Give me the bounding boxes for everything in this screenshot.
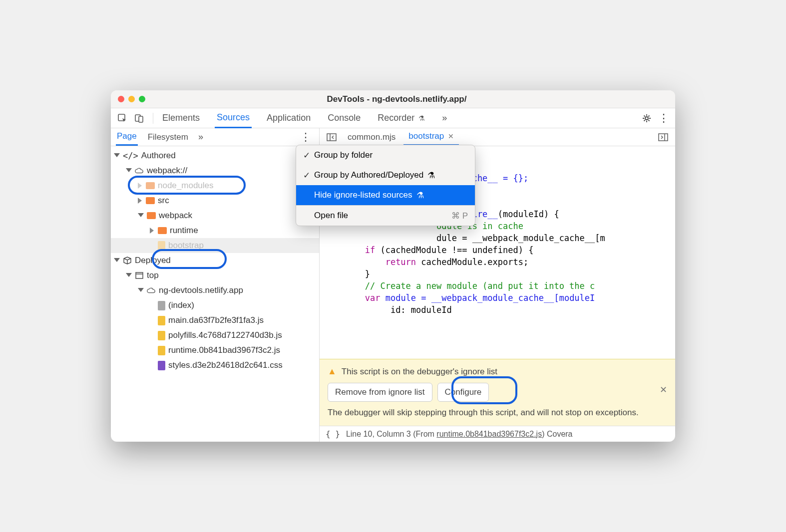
file-icon bbox=[158, 361, 165, 370]
tree-styles-css[interactable]: styles.d3e2b24618d2c641.css bbox=[111, 358, 319, 373]
ignore-list-warning: ▲ This script is on the debugger's ignor… bbox=[320, 359, 675, 426]
warning-icon: ▲ bbox=[328, 366, 337, 377]
svg-rect-4 bbox=[136, 272, 143, 278]
device-toggle-icon[interactable] bbox=[133, 112, 146, 125]
nav-panel-right-icon[interactable] bbox=[655, 133, 671, 141]
file-icon bbox=[158, 331, 165, 340]
configure-button[interactable]: Configure bbox=[437, 383, 489, 402]
nav-panel-left-icon[interactable] bbox=[324, 133, 340, 141]
menu-hide-ignore-listed[interactable]: Hide ignore-listed sources ⚗ bbox=[296, 185, 475, 205]
navigator-more-icon[interactable]: ⋮ bbox=[297, 131, 314, 144]
status-file-link[interactable]: runtime.0b841bad3967f3c2.js bbox=[436, 430, 542, 438]
close-warning-icon[interactable]: ✕ bbox=[660, 384, 667, 395]
flask-icon: ⚗ bbox=[416, 114, 425, 122]
tab-elements[interactable]: Elements bbox=[160, 109, 202, 127]
tree-label: Authored bbox=[141, 151, 176, 161]
file-icon bbox=[158, 301, 165, 310]
warning-title: This script is on the debugger's ignore … bbox=[342, 367, 497, 377]
tabs-overflow[interactable]: » bbox=[440, 109, 449, 127]
tree-label: webpack:// bbox=[147, 166, 187, 176]
inspect-element-icon[interactable] bbox=[116, 112, 129, 125]
tree-webpack-folder[interactable]: webpack bbox=[111, 208, 319, 223]
cloud-icon bbox=[135, 166, 144, 175]
status-bar: { } Line 10, Column 3 (From runtime.0b84… bbox=[320, 426, 675, 442]
tree-label: Deployed bbox=[135, 256, 171, 266]
panel-tabs: Elements Sources Application Console Rec… bbox=[160, 108, 636, 128]
open-file-tabs: common.mjs bootstrap✕ bbox=[320, 128, 675, 146]
minimize-window-icon[interactable] bbox=[128, 96, 135, 102]
file-tab-common[interactable]: common.mjs bbox=[343, 129, 400, 145]
tree-webpack-scheme[interactable]: webpack:// bbox=[111, 163, 319, 178]
flask-icon: ⚗ bbox=[416, 190, 424, 201]
tree-label: (index) bbox=[168, 300, 194, 310]
svg-point-3 bbox=[645, 117, 648, 120]
tree-label: runtime bbox=[170, 226, 198, 236]
cursor-position: Line 10, Column 3 (From runtime.0b841bad… bbox=[346, 430, 573, 439]
tree-authored[interactable]: </> Authored bbox=[111, 148, 319, 163]
file-tree: </> Authored webpack:// node_modules src bbox=[111, 146, 319, 442]
tree-main-js[interactable]: main.da63f7b2fe3f1fa3.js bbox=[111, 313, 319, 328]
cloud-icon bbox=[147, 286, 156, 295]
box-icon bbox=[123, 256, 132, 265]
file-icon bbox=[158, 241, 165, 251]
tab-sources[interactable]: Sources bbox=[215, 108, 252, 128]
file-icon bbox=[158, 346, 165, 355]
devtools-window: DevTools - ng-devtools.netlify.app/ Elem… bbox=[111, 90, 675, 442]
tree-label: top bbox=[147, 270, 159, 280]
file-tab-bootstrap[interactable]: bootstrap✕ bbox=[403, 128, 459, 146]
folder-icon bbox=[158, 227, 167, 234]
tree-node-modules[interactable]: node_modules bbox=[111, 178, 319, 193]
code-brackets-icon: </> bbox=[123, 151, 138, 161]
tree-label: polyfills.4c768d7122740d3b.js bbox=[168, 330, 282, 340]
navigator-pane: Page Filesystem » ⋮ </> Authored webpack… bbox=[111, 128, 320, 442]
tree-bootstrap-file[interactable]: bootstrap bbox=[111, 238, 319, 253]
tree-label: styles.d3e2b24618d2c641.css bbox=[168, 360, 283, 370]
warning-description: The debugger will skip stepping through … bbox=[328, 408, 667, 418]
tree-label: src bbox=[158, 196, 169, 206]
frame-icon bbox=[135, 271, 144, 280]
window-title: DevTools - ng-devtools.netlify.app/ bbox=[145, 94, 668, 104]
pretty-print-icon[interactable]: { } bbox=[326, 429, 340, 439]
tree-src[interactable]: src bbox=[111, 193, 319, 208]
navigator-tabs: Page Filesystem » ⋮ bbox=[111, 128, 319, 146]
tree-runtime-folder[interactable]: runtime bbox=[111, 223, 319, 238]
subtab-filesystem[interactable]: Filesystem bbox=[147, 129, 189, 145]
tree-label: webpack bbox=[159, 211, 192, 221]
tree-index-file[interactable]: (index) bbox=[111, 298, 319, 313]
menu-group-authored-deployed[interactable]: ✓ Group by Authored/Deployed ⚗ bbox=[296, 165, 475, 185]
folder-icon bbox=[147, 212, 156, 219]
svg-rect-2 bbox=[139, 116, 143, 122]
main-toolbar: Elements Sources Application Console Rec… bbox=[111, 108, 675, 128]
folder-icon bbox=[146, 182, 155, 189]
subtabs-overflow[interactable]: » bbox=[198, 132, 203, 142]
check-icon: ✓ bbox=[303, 150, 310, 161]
menu-group-by-folder[interactable]: ✓ Group by folder bbox=[296, 145, 475, 165]
tree-label: runtime.0b841bad3967f3c2.js bbox=[168, 345, 280, 355]
tree-top[interactable]: top bbox=[111, 268, 319, 283]
tab-recorder[interactable]: Recorder ⚗ bbox=[376, 109, 427, 127]
tab-console[interactable]: Console bbox=[326, 109, 363, 127]
tree-polyfills-js[interactable]: polyfills.4c768d7122740d3b.js bbox=[111, 328, 319, 343]
titlebar: DevTools - ng-devtools.netlify.app/ bbox=[111, 90, 675, 108]
close-window-icon[interactable] bbox=[118, 96, 124, 102]
close-tab-icon[interactable]: ✕ bbox=[448, 132, 454, 140]
zoom-window-icon[interactable] bbox=[139, 96, 145, 102]
folder-icon bbox=[146, 197, 155, 204]
tree-runtime-js[interactable]: runtime.0b841bad3967f3c2.js bbox=[111, 343, 319, 358]
tree-domain[interactable]: ng-devtools.netlify.app bbox=[111, 283, 319, 298]
tree-label: ng-devtools.netlify.app bbox=[159, 285, 243, 295]
traffic-lights bbox=[118, 96, 145, 102]
check-icon: ✓ bbox=[303, 170, 310, 181]
tree-deployed[interactable]: Deployed bbox=[111, 253, 319, 268]
tree-label: node_modules bbox=[158, 181, 214, 191]
shortcut-label: ⌘ P bbox=[451, 211, 468, 221]
menu-open-file[interactable]: Open file ⌘ P bbox=[296, 206, 475, 226]
tree-label: main.da63f7b2fe3f1fa3.js bbox=[168, 315, 264, 325]
file-icon bbox=[158, 316, 165, 325]
tree-label: bootstrap bbox=[168, 241, 204, 251]
more-menu-icon[interactable]: ⋮ bbox=[657, 112, 670, 125]
subtab-page[interactable]: Page bbox=[116, 128, 138, 146]
tab-application[interactable]: Application bbox=[265, 109, 313, 127]
remove-from-ignore-button[interactable]: Remove from ignore list bbox=[328, 383, 432, 402]
settings-icon[interactable] bbox=[640, 112, 653, 125]
